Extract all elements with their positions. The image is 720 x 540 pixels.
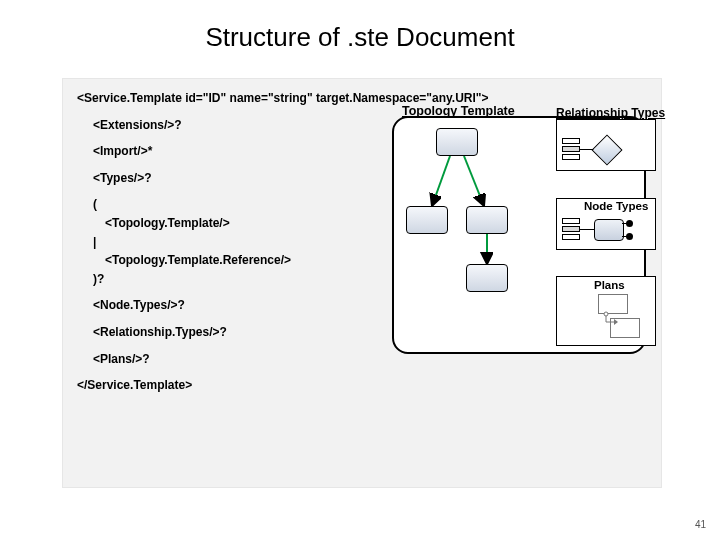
slide: Structure of .ste Document <Service.Temp… [0,0,720,540]
relationship-types-label: Relationship Types [556,106,665,120]
node-type-icon [562,218,642,244]
svg-line-2 [432,156,450,206]
svg-marker-1 [614,319,618,325]
topology-node [466,206,508,234]
code-line-open: <Service.Template id="ID" name="string" … [77,89,647,108]
topology-template-label: Topology Template [402,104,515,118]
code-line-close: </Service.Template> [77,376,647,395]
topology-node [466,264,508,292]
plans-label: Plans [594,279,625,291]
svg-point-0 [604,312,608,316]
page-number: 41 [695,519,706,530]
topology-node [436,128,478,156]
page-title: Structure of .ste Document [0,22,720,53]
svg-line-3 [464,156,484,206]
node-types-label: Node Types [584,200,648,212]
relationship-type-icon [562,138,632,164]
plans-icon [590,294,646,340]
topology-node [406,206,448,234]
